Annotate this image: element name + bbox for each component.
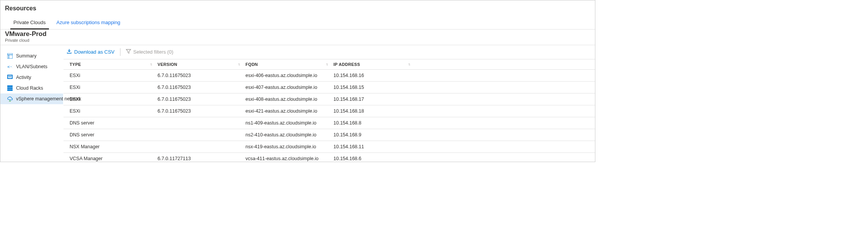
cell-fqdn: esxi-407-eastus.az.cloudsimple.io	[245, 85, 333, 90]
cell-type: NSX Manager	[70, 144, 158, 149]
cell-version: 6.7.0.11675023	[158, 108, 245, 114]
tab-azure-subscriptions[interactable]: Azure subscriptions mapping	[51, 16, 126, 29]
table-row[interactable]: ESXi6.7.0.11675023esxi-408-eastus.az.clo…	[63, 93, 595, 105]
svg-rect-10	[7, 89, 13, 91]
cell-type: DNS server	[70, 132, 158, 138]
sidebar-item-summary[interactable]: Summary	[0, 51, 63, 61]
col-label: TYPE	[70, 62, 81, 67]
table-body: ESXi6.7.0.11675023esxi-406-eastus.az.clo…	[63, 70, 595, 162]
cell-version: 6.7.0.11727113	[158, 156, 245, 161]
filters-label: Selected filters (0)	[133, 49, 174, 55]
svg-rect-0	[7, 53, 13, 59]
col-label: VERSION	[158, 62, 177, 67]
svg-rect-9	[7, 87, 13, 89]
activity-icon	[7, 75, 13, 80]
sidebar-item-label: Activity	[16, 75, 31, 80]
cell-version: 6.7.0.11675023	[158, 85, 245, 90]
cell-ip: 10.154.168.11	[333, 144, 416, 149]
sidebar-item-vlan-subnets[interactable]: <·> VLAN/Subnets	[0, 61, 63, 72]
cell-type: ESXi	[70, 108, 158, 114]
col-fqdn[interactable]: FQDN ↑↓	[245, 62, 333, 67]
table-row[interactable]: DNS serverns2-410-eastus.az.cloudsimple.…	[63, 129, 595, 141]
cell-fqdn: esxi-421-eastus.az.cloudsimple.io	[245, 108, 333, 114]
cell-fqdn: esxi-408-eastus.az.cloudsimple.io	[245, 97, 333, 102]
col-label: IP ADDRESS	[333, 62, 360, 67]
table-row[interactable]: DNS serverns1-409-eastus.az.cloudsimple.…	[63, 117, 595, 129]
cell-type: ESXi	[70, 85, 158, 90]
sidebar-item-activity[interactable]: Activity	[0, 72, 63, 83]
download-icon	[67, 49, 72, 55]
cell-version: 6.7.0.11675023	[158, 73, 245, 78]
cloud-subtitle: Private cloud	[5, 38, 595, 43]
cell-type: ESXi	[70, 97, 158, 102]
cell-fqdn: nsx-419-eastus.az.cloudsimple.io	[245, 144, 333, 149]
table-row[interactable]: ESXi6.7.0.11675023esxi-406-eastus.az.clo…	[63, 70, 595, 82]
tab-private-clouds[interactable]: Private Clouds	[8, 16, 51, 29]
table-row[interactable]: ESXi6.7.0.11675023esxi-421-eastus.az.clo…	[63, 105, 595, 117]
table-header: TYPE ↑↓ VERSION ↑↓ FQDN ↑↓ IP ADDRESS ↑↓	[63, 59, 595, 70]
cell-type: DNS server	[70, 120, 158, 126]
col-label: FQDN	[245, 62, 258, 67]
col-ip[interactable]: IP ADDRESS ↑↓	[333, 62, 416, 67]
cell-ip: 10.154.168.8	[333, 120, 416, 126]
col-type[interactable]: TYPE ↑↓	[70, 62, 158, 67]
vsphere-icon	[7, 96, 13, 102]
cell-ip: 10.154.168.9	[333, 132, 416, 138]
cell-ip: 10.154.168.6	[333, 156, 416, 161]
download-csv-label: Download as CSV	[74, 49, 115, 55]
cell-type: VCSA Manager	[70, 156, 158, 161]
table-row[interactable]: VCSA Manager6.7.0.11727113vcsa-411-eastu…	[63, 153, 595, 162]
sort-icon: ↑↓	[150, 62, 151, 66]
filter-icon	[126, 49, 131, 55]
cell-type: ESXi	[70, 73, 158, 78]
cloud-name: VMware-Prod	[5, 31, 595, 38]
cell-ip: 10.154.168.17	[333, 97, 416, 102]
table-row[interactable]: ESXi6.7.0.11675023esxi-407-eastus.az.clo…	[63, 82, 595, 93]
sort-icon: ↑↓	[326, 62, 327, 66]
svg-text:<·>: <·>	[7, 64, 13, 69]
summary-icon	[7, 53, 13, 59]
sidebar-item-vsphere-mgmt[interactable]: vSphere management network	[0, 93, 63, 104]
sort-icon: ↑↓	[408, 62, 410, 66]
cell-version: 6.7.0.11675023	[158, 97, 245, 102]
cell-ip: 10.154.168.16	[333, 73, 416, 78]
page-title: Resources	[0, 0, 595, 16]
sidebar-item-label: Summary	[16, 53, 36, 59]
sidebar: Summary <·> VLAN/Subnets Activity Cloud …	[0, 45, 63, 162]
sidebar-item-cloud-racks[interactable]: Cloud Racks	[0, 83, 63, 93]
cell-fqdn: vcsa-411-eastus.az.cloudsimple.io	[245, 156, 333, 161]
toolbar-separator	[120, 48, 120, 56]
cell-ip: 10.154.168.15	[333, 85, 416, 90]
filters-button[interactable]: Selected filters (0)	[126, 49, 174, 55]
cell-fqdn: ns2-410-eastus.az.cloudsimple.io	[245, 132, 333, 138]
table-row[interactable]: NSX Managernsx-419-eastus.az.cloudsimple…	[63, 141, 595, 153]
cell-fqdn: esxi-406-eastus.az.cloudsimple.io	[245, 73, 333, 78]
tabs-bar: Private Clouds Azure subscriptions mappi…	[0, 16, 595, 30]
sidebar-item-label: VLAN/Subnets	[16, 64, 47, 69]
cloud-header: VMware-Prod Private cloud	[0, 30, 595, 45]
cell-ip: 10.154.168.18	[333, 108, 416, 114]
download-csv-button[interactable]: Download as CSV	[67, 49, 115, 55]
cell-fqdn: ns1-409-eastus.az.cloudsimple.io	[245, 120, 333, 126]
racks-icon	[7, 85, 13, 91]
sort-icon: ↑↓	[238, 62, 239, 66]
main-panel: Download as CSV Selected filters (0) TYP…	[63, 45, 595, 162]
toolbar: Download as CSV Selected filters (0)	[63, 45, 595, 59]
sidebar-item-label: Cloud Racks	[16, 85, 43, 91]
table: TYPE ↑↓ VERSION ↑↓ FQDN ↑↓ IP ADDRESS ↑↓…	[63, 59, 595, 162]
svg-rect-8	[7, 85, 13, 87]
col-version[interactable]: VERSION ↑↓	[158, 62, 245, 67]
network-icon: <·>	[7, 64, 13, 69]
